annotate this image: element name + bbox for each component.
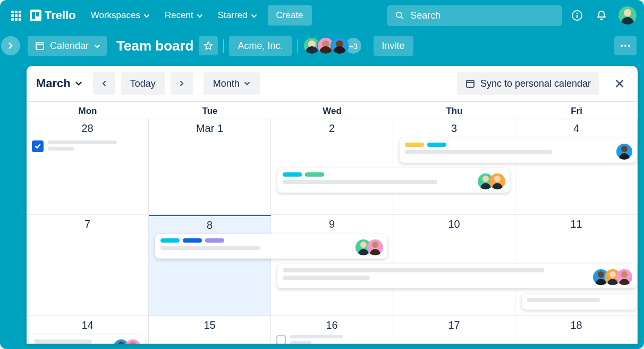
board-bar: Calendar Team board Acme, Inc. +3 Invite	[0, 31, 644, 61]
chevron-right-icon	[179, 80, 185, 87]
calendar-cell[interactable]: 28	[27, 119, 149, 215]
day-header: Tue	[149, 102, 271, 119]
calendar-cell[interactable]: 4	[515, 119, 638, 215]
date-number: 9	[271, 215, 393, 232]
date-number: Mar 1	[149, 119, 270, 137]
calendar-toolbar: March Today Month Sync to personal calen…	[27, 66, 638, 101]
svg-rect-8	[467, 80, 474, 87]
calendar-cell[interactable]: 15	[149, 316, 271, 344]
calendar-card[interactable]	[277, 168, 510, 193]
card-avatar	[489, 173, 505, 189]
svg-rect-4	[36, 43, 44, 49]
date-number: 4	[515, 119, 637, 137]
checkbox-empty-icon[interactable]	[276, 335, 286, 344]
close-icon	[614, 78, 625, 89]
calendar-cell[interactable]: 2	[271, 119, 393, 215]
date-number: 11	[515, 215, 637, 232]
date-number: 17	[393, 316, 515, 334]
card-avatar	[616, 269, 632, 285]
divider	[223, 39, 224, 53]
date-number: 3	[393, 119, 515, 137]
svg-point-2	[577, 13, 578, 14]
star-icon	[204, 41, 213, 51]
date-number: 28	[27, 119, 148, 137]
card-placeholder	[290, 335, 343, 344]
calendar-cell[interactable]: 3	[393, 119, 515, 215]
next-button[interactable]	[171, 72, 193, 95]
chevron-down-icon	[143, 13, 149, 18]
calendar-day-headers: Mon Tue Wed Thu Fri	[27, 101, 638, 119]
calendar-panel: March Today Month Sync to personal calen…	[27, 66, 638, 344]
create-button[interactable]: Create	[268, 5, 312, 26]
calendar-cell[interactable]: 17	[393, 316, 515, 344]
board-title[interactable]: Team board	[116, 38, 193, 54]
calendar-week-row: 28 Mar 1 2 3 4	[27, 119, 638, 215]
calendar-week-row: 7 8 9 10 11	[27, 215, 638, 316]
date-number: 8	[149, 216, 270, 234]
svg-point-0	[396, 12, 402, 18]
today-button[interactable]: Today	[121, 72, 165, 95]
calendar-card[interactable]	[277, 264, 637, 288]
board-members[interactable]: +3	[303, 37, 362, 55]
checkbox-checked-icon[interactable]	[32, 140, 44, 152]
card-avatar	[616, 144, 632, 160]
invite-button[interactable]: Invite	[374, 36, 413, 56]
trello-logo-icon	[30, 10, 41, 21]
day-header: Mon	[27, 102, 149, 119]
calendar-card[interactable]	[522, 294, 637, 310]
date-number: 7	[27, 215, 148, 232]
notifications-button[interactable]	[592, 6, 611, 25]
prev-button[interactable]	[93, 72, 115, 95]
nav-workspaces[interactable]: Workspaces	[84, 6, 155, 25]
sync-button[interactable]: Sync to personal calendar	[457, 72, 599, 95]
top-nav: Trello Workspaces Recent Starred Create	[0, 0, 644, 31]
calendar-icon	[465, 79, 475, 88]
date-number: 16	[271, 316, 393, 334]
search-icon	[395, 11, 404, 20]
app-name: Trello	[45, 9, 76, 22]
calendar-icon	[35, 41, 45, 51]
dots-horizontal-icon	[620, 44, 631, 47]
calendar-cell[interactable]: 16	[271, 316, 393, 344]
app-grid-icon	[11, 11, 21, 21]
chevron-right-icon	[7, 42, 14, 49]
date-number: 10	[393, 215, 515, 232]
calendar-cell[interactable]: Mar 1	[149, 119, 271, 215]
calendar-week-row: 14 15 16 17 18	[27, 316, 638, 344]
info-icon	[571, 10, 583, 21]
search-box[interactable]	[387, 5, 562, 26]
card-placeholder	[48, 140, 117, 153]
bell-icon	[596, 10, 607, 21]
calendar-cell[interactable]: 18	[515, 316, 638, 344]
month-picker[interactable]: March	[36, 77, 82, 90]
user-avatar[interactable]	[618, 6, 637, 24]
chevron-down-icon	[197, 13, 202, 18]
date-number: 15	[149, 316, 270, 334]
star-board-button[interactable]	[199, 36, 218, 55]
nav-recent[interactable]: Recent	[158, 6, 208, 25]
calendar-card[interactable]	[29, 335, 145, 344]
calendar-card[interactable]	[155, 234, 387, 259]
range-picker[interactable]: Month	[204, 72, 260, 95]
search-input[interactable]	[410, 10, 554, 21]
date-number: 14	[27, 316, 148, 334]
card-avatar	[367, 239, 383, 255]
workspace-button[interactable]: Acme, Inc.	[229, 36, 291, 56]
info-button[interactable]	[567, 6, 587, 25]
board-menu-button[interactable]	[614, 36, 637, 55]
divider	[368, 39, 368, 53]
calendar-card[interactable]	[400, 138, 637, 163]
view-switcher[interactable]: Calendar	[28, 36, 107, 56]
calendar-cell[interactable]: 7	[27, 215, 149, 316]
close-button[interactable]	[611, 75, 628, 92]
chevron-down-icon	[244, 80, 250, 87]
logo[interactable]: Trello	[30, 9, 76, 22]
app-switcher-button[interactable]	[7, 7, 24, 24]
nav-starred[interactable]: Starred	[211, 6, 262, 25]
day-header: Fri	[515, 102, 638, 119]
calendar-cell-today[interactable]: 8	[149, 215, 271, 316]
chevron-down-icon	[94, 43, 99, 48]
member-avatar[interactable]	[331, 37, 349, 55]
date-number: 2	[271, 119, 393, 137]
sidebar-expand-button[interactable]	[1, 36, 20, 55]
